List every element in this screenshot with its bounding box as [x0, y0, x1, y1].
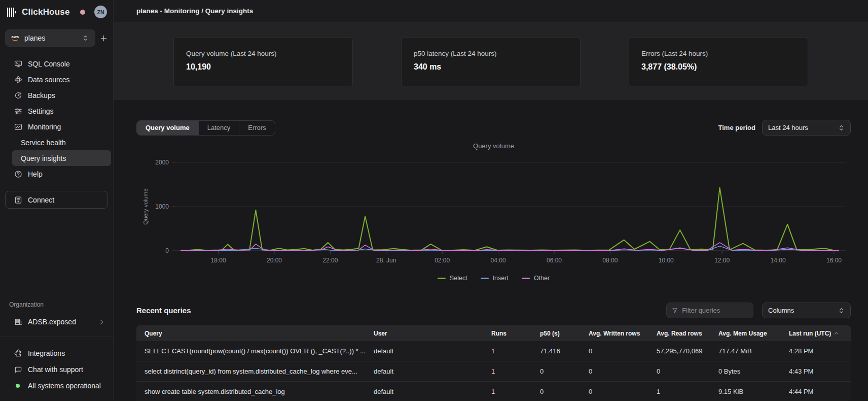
svg-text:14:00: 14:00 — [771, 257, 786, 264]
clickhouse-logo-icon[interactable] — [7, 8, 17, 17]
metric-value: 3,877 (38.05%) — [641, 62, 795, 72]
aws-provider-icon: aws — [11, 35, 20, 42]
sidebar-item-service-health[interactable]: Service health — [12, 135, 111, 150]
column-header-avg-written-rows[interactable]: Avg. Written rows — [581, 325, 648, 341]
sidebar-item-sql-console[interactable]: SQL Console — [0, 56, 113, 72]
column-header-label: User — [374, 330, 387, 337]
recent-queries-title: Recent queries — [136, 306, 191, 315]
cell-p50-s: 0 — [532, 382, 581, 401]
sidebar-item-query-insights[interactable]: Query insights — [12, 150, 111, 166]
chart-tabs: Query volumeLatencyErrors — [136, 120, 275, 136]
avatar[interactable]: ZN — [94, 6, 107, 18]
integrations-icon — [14, 349, 22, 357]
svg-text:20:00: 20:00 — [267, 257, 282, 264]
connect-icon — [14, 196, 22, 204]
column-header-avg-read-rows[interactable]: Avg. Read rows — [648, 325, 710, 341]
connect-button[interactable]: Connect — [5, 191, 108, 209]
cell-avg-mem-usage: 9.15 KiB — [710, 382, 781, 401]
column-header-runs[interactable]: Runs — [483, 325, 532, 341]
tab-query-volume[interactable]: Query volume — [137, 121, 199, 135]
svg-text:06:00: 06:00 — [547, 257, 562, 264]
legend-swatch — [481, 278, 489, 279]
column-header-label: Avg. Mem Usage — [718, 330, 767, 337]
column-header-query[interactable]: Query — [136, 325, 366, 341]
legend-swatch — [522, 278, 530, 279]
tab-latency[interactable]: Latency — [199, 121, 240, 135]
sidebar-item-label: Service health — [21, 139, 66, 147]
legend-item-select[interactable]: Select — [438, 275, 467, 282]
cell-avg-written-rows: 0 — [581, 341, 648, 361]
column-header-last-run-utc[interactable]: Last run (UTC) — [781, 325, 851, 341]
table-row[interactable]: show create table system.distributed_cac… — [136, 382, 851, 401]
legend-label: Select — [450, 275, 467, 282]
filter-queries-input[interactable] — [682, 307, 748, 314]
sidebar-item-settings[interactable]: Settings — [0, 103, 113, 119]
cell-query: select distrinct(query_id) from system.d… — [136, 361, 366, 381]
data-sources-icon — [14, 76, 22, 84]
organization-icon — [14, 318, 22, 326]
time-period-select[interactable]: Last 24 hours — [762, 120, 851, 136]
svg-text:08:00: 08:00 — [602, 257, 618, 264]
table-row[interactable]: select distrinct(query_id) from system.d… — [136, 361, 851, 382]
sidebar-footer-integrations[interactable]: Integrations — [0, 345, 113, 361]
sort-asc-icon — [834, 331, 839, 336]
chevron-right-icon — [97, 319, 106, 325]
notification-dot — [80, 10, 85, 15]
sidebar-footer-all-systems-operational[interactable]: All systems operational — [0, 378, 113, 394]
status-ok-icon — [16, 384, 20, 388]
svg-text:10:00: 10:00 — [659, 257, 674, 264]
service-selector[interactable]: aws planes — [5, 29, 95, 47]
cell-runs: 1 — [483, 382, 532, 401]
legend-item-other[interactable]: Other — [522, 275, 550, 282]
add-service-button[interactable] — [99, 31, 108, 45]
columns-select[interactable]: Columns — [762, 303, 851, 318]
cell-avg-mem-usage: 0 Bytes — [710, 361, 781, 381]
legend-swatch — [438, 278, 446, 279]
legend-item-insert[interactable]: Insert — [481, 275, 509, 282]
cell-avg-mem-usage: 717.47 MiB — [710, 341, 781, 361]
chevron-updown-icon — [838, 124, 845, 131]
table-row[interactable]: SELECT CAST(round(pow(count() / max(coun… — [136, 341, 851, 361]
tab-errors[interactable]: Errors — [239, 121, 274, 135]
sidebar-item-label: Data sources — [28, 76, 69, 84]
sidebar-item-label: Settings — [28, 107, 54, 115]
cell-p50-s: 71.416 — [532, 341, 581, 361]
metric-value: 10,190 — [186, 62, 340, 72]
backups-icon — [14, 91, 22, 99]
sidebar-item-help[interactable]: Help — [0, 166, 113, 182]
connect-label: Connect — [28, 196, 54, 204]
column-header-avg-mem-usage[interactable]: Avg. Mem Usage — [710, 325, 781, 341]
column-header-p50-s[interactable]: p50 (s) — [532, 325, 581, 341]
cell-avg-read-rows: 57,295,770,069 — [648, 341, 710, 361]
metric-cards-band: Query volume (Last 24 hours) 10,190 p50 … — [114, 22, 868, 100]
sidebar-nav: SQL ConsoleData sourcesBackupsSettingsMo… — [0, 56, 113, 182]
cell-runs: 1 — [483, 341, 532, 361]
metric-value: 340 ms — [414, 62, 568, 72]
sidebar-item-label: Backups — [28, 91, 55, 99]
cell-runs: 1 — [483, 361, 532, 381]
chart-legend: SelectInsertOther — [136, 275, 851, 282]
cell-user: default — [366, 341, 483, 361]
sidebar-item-backups[interactable]: Backups — [0, 87, 113, 103]
filter-queries-box — [666, 303, 753, 318]
organization-switcher[interactable]: ADSB.exposed — [0, 314, 113, 329]
column-header-label: Last run (UTC) — [789, 330, 831, 337]
legend-label: Other — [534, 275, 550, 282]
query-volume-chart: 01000200018:0020:0022:0028. Jun02:0004:0… — [136, 151, 851, 272]
svg-text:1000: 1000 — [155, 203, 169, 210]
table-header-row: QueryUserRunsp50 (s)Avg. Written rowsAvg… — [136, 325, 851, 341]
cell-avg-read-rows: 0 — [648, 361, 710, 381]
service-name: planes — [24, 34, 77, 42]
sidebar-item-data-sources[interactable]: Data sources — [0, 72, 113, 87]
column-header-user[interactable]: User — [366, 325, 483, 341]
time-period-label: Time period — [718, 124, 755, 131]
sidebar-item-monitoring[interactable]: Monitoring — [0, 119, 113, 135]
topbar: planes - Monitoring / Query insights — [114, 0, 868, 22]
column-header-label: Avg. Read rows — [657, 330, 702, 337]
svg-text:16:00: 16:00 — [826, 257, 842, 264]
sidebar-footer: IntegrationsChat with supportAll systems… — [0, 345, 113, 394]
cell-last-run-utc: 4:44 PM — [781, 382, 851, 401]
sidebar-footer-chat-with-support[interactable]: Chat with support — [0, 361, 113, 378]
breadcrumb: planes - Monitoring / Query insights — [136, 7, 253, 15]
cell-last-run-utc: 4:28 PM — [781, 341, 851, 361]
